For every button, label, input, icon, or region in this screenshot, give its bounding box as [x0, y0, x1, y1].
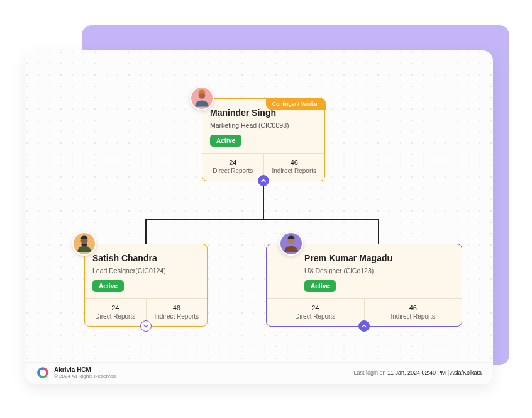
avatar: [190, 86, 214, 110]
indirect-reports-count: 46: [149, 304, 205, 312]
indirect-reports-label: Indirect Reports: [391, 313, 435, 320]
employee-card-left[interactable]: Satish Chandra Lead Designer(CIC0124) Ac…: [84, 244, 208, 327]
indirect-reports-label: Indirect Reports: [154, 313, 199, 320]
employee-card-right[interactable]: Prem Kumar Magadu UX Designer (CiCo123) …: [266, 244, 462, 327]
collapse-toggle[interactable]: [258, 175, 269, 186]
collapse-toggle[interactable]: [358, 320, 370, 332]
employee-name: Satish Chandra: [92, 253, 199, 263]
status-badge: Active: [304, 280, 336, 292]
avatar: [72, 232, 96, 256]
brand-name: Akrivia HCM: [54, 366, 116, 373]
employee-role: UX Designer (CiCo123): [304, 267, 454, 274]
worker-type-badge: Contingent Worker: [266, 98, 326, 110]
direct-reports-label: Direct Reports: [295, 313, 335, 320]
connector-line: [263, 186, 264, 220]
indirect-reports: 46 Indirect Reports: [147, 299, 208, 326]
org-chart-canvas: Contingent Worker Maninder Singh Marketi…: [25, 50, 493, 353]
indirect-reports: 46 Indirect Reports: [264, 154, 325, 181]
connector-line: [145, 219, 147, 244]
footer: Akrivia HCM © 2024 All Rights Reserved L…: [25, 362, 493, 384]
connector-line: [378, 219, 379, 244]
direct-reports-count: 24: [87, 304, 143, 312]
direct-reports-count: 24: [205, 159, 261, 166]
employee-role: Lead Designer(CIC0124): [92, 267, 199, 274]
indirect-reports: 46 Indirect Reports: [365, 299, 462, 326]
avatar: [279, 232, 303, 256]
login-prefix: Last login on: [354, 370, 388, 376]
login-separator: |: [446, 370, 450, 376]
direct-reports-label: Direct Reports: [95, 313, 135, 320]
connector-line: [145, 219, 379, 220]
indirect-reports-count: 46: [267, 159, 323, 166]
chevron-up-icon: [260, 178, 267, 184]
direct-reports: 24 Direct Reports: [85, 299, 147, 326]
direct-reports-label: Direct Reports: [213, 167, 253, 174]
employee-card-root[interactable]: Contingent Worker Maninder Singh Marketi…: [202, 98, 325, 181]
brand-logo-icon: [36, 366, 49, 379]
brand-copyright: © 2024 All Rights Reserved: [54, 373, 116, 379]
indirect-reports-label: Indirect Reports: [272, 167, 316, 174]
status-badge: Active: [210, 135, 241, 147]
employee-role: Marketing Head (CIC0098): [210, 121, 317, 129]
brand-text: Akrivia HCM © 2024 All Rights Reserved: [54, 366, 116, 379]
employee-name: Prem Kumar Magadu: [304, 253, 454, 263]
direct-reports-count: 24: [269, 304, 362, 312]
login-timezone: Asia/Kolkata: [450, 370, 482, 376]
chevron-down-icon: [143, 323, 149, 329]
indirect-reports-count: 46: [367, 304, 460, 312]
status-badge: Active: [92, 280, 124, 292]
brand: Akrivia HCM © 2024 All Rights Reserved: [36, 366, 116, 379]
direct-reports: 24 Direct Reports: [202, 154, 264, 181]
login-time: 11 Jan, 2024 02:40 PM: [387, 370, 446, 376]
expand-toggle[interactable]: [140, 320, 152, 332]
chevron-up-icon: [361, 323, 367, 329]
org-chart-panel: Contingent Worker Maninder Singh Marketi…: [25, 50, 493, 384]
last-login-info: Last login on 11 Jan, 2024 02:40 PM | As…: [354, 370, 482, 376]
direct-reports: 24 Direct Reports: [267, 299, 365, 326]
